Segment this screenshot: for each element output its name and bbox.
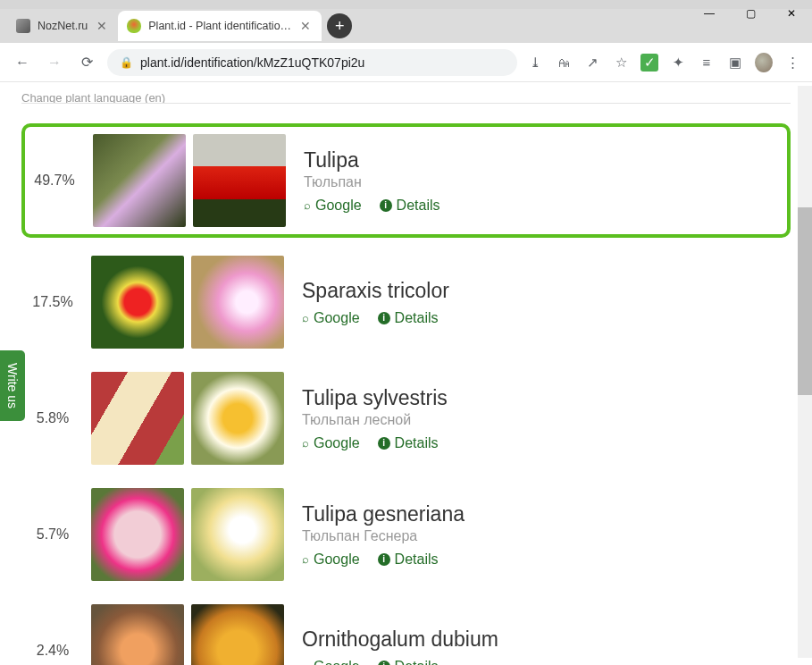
thumbnails xyxy=(91,604,284,665)
plant-thumbnail[interactable] xyxy=(91,256,184,349)
close-window-button[interactable]: ✕ xyxy=(771,0,812,27)
search-icon: ⌕ xyxy=(302,660,309,665)
details-link[interactable]: iDetails xyxy=(378,659,439,666)
info-icon: i xyxy=(378,553,390,566)
plant-thumbnail[interactable] xyxy=(93,134,186,227)
common-name: Тюльпан лесной xyxy=(302,412,448,428)
google-link[interactable]: ⌕Google xyxy=(302,659,360,666)
panel-icon[interactable]: ▣ xyxy=(726,55,744,71)
result-row: 5.7%Tulipa gesnerianaТюльпан Геснера⌕Goo… xyxy=(21,483,791,586)
result-links: ⌕GoogleiDetails xyxy=(302,435,448,451)
result-info: Sparaxis tricolor⌕GoogleiDetails xyxy=(297,279,449,326)
link-label: Google xyxy=(315,198,362,214)
result-info: Tulipa sylvestrisТюльпан лесной⌕GoogleiD… xyxy=(297,386,448,451)
result-info: TulipaТюльпан⌕GoogleiDetails xyxy=(298,148,440,214)
match-percentage: 2.4% xyxy=(27,643,79,659)
new-tab-button[interactable]: + xyxy=(327,13,352,38)
back-button[interactable]: ← xyxy=(11,51,34,74)
result-row: 17.5%Sparaxis tricolor⌕GoogleiDetails xyxy=(21,250,791,354)
link-label: Google xyxy=(314,310,360,326)
tab-title: Plant.id - Plant identification app xyxy=(148,20,291,32)
google-link[interactable]: ⌕Google xyxy=(302,310,360,326)
plant-thumbnail[interactable] xyxy=(193,134,286,227)
match-percentage: 5.7% xyxy=(27,526,79,543)
plant-thumbnail[interactable] xyxy=(91,604,184,665)
extensions-icon[interactable]: ✦ xyxy=(669,55,687,71)
link-label: Google xyxy=(314,551,360,568)
favicon-icon xyxy=(127,19,141,33)
link-label: Details xyxy=(395,551,439,568)
close-tab-icon[interactable]: ✕ xyxy=(95,19,109,33)
details-link[interactable]: iDetails xyxy=(378,435,439,451)
browser-tab[interactable]: Plant.id - Plant identification app ✕ xyxy=(118,11,322,41)
google-link[interactable]: ⌕Google xyxy=(302,435,360,451)
plant-thumbnail[interactable] xyxy=(91,488,184,581)
result-row: 2.4%Ornithogalum dubium⌕GoogleiDetails xyxy=(21,599,791,665)
language-toggle[interactable]: Change plant language (en) xyxy=(21,89,791,104)
minimize-button[interactable]: — xyxy=(689,0,730,27)
link-label: Details xyxy=(395,659,439,666)
feedback-tab[interactable]: Write us xyxy=(0,350,25,421)
result-links: ⌕GoogleiDetails xyxy=(304,198,440,214)
address-bar[interactable]: 🔒 plant.id/identification/kMzZ1uQTK07pi2… xyxy=(107,49,517,76)
close-tab-icon[interactable]: ✕ xyxy=(298,19,313,33)
google-link[interactable]: ⌕Google xyxy=(302,551,360,568)
link-label: Details xyxy=(395,435,439,451)
profile-avatar[interactable] xyxy=(755,53,773,72)
thumbnails xyxy=(91,256,284,349)
lock-icon: 🔒 xyxy=(120,56,133,69)
common-name: Тюльпан Геснера xyxy=(302,528,465,544)
scrollbar-thumb[interactable] xyxy=(798,207,812,395)
search-icon: ⌕ xyxy=(304,198,311,212)
result-links: ⌕GoogleiDetails xyxy=(302,551,465,568)
extension-check-icon[interactable]: ✓ xyxy=(640,54,658,72)
result-info: Ornithogalum dubium⌕GoogleiDetails xyxy=(297,627,498,666)
link-label: Details xyxy=(397,198,440,214)
plant-thumbnail[interactable] xyxy=(191,372,284,465)
link-label: Google xyxy=(314,435,360,451)
reload-button[interactable]: ⟳ xyxy=(75,51,98,74)
details-link[interactable]: iDetails xyxy=(378,551,439,568)
share-icon[interactable]: ↗ xyxy=(583,55,601,71)
details-link[interactable]: iDetails xyxy=(380,198,440,214)
maximize-button[interactable]: ▢ xyxy=(730,0,771,27)
common-name: Тюльпан xyxy=(304,174,440,190)
latin-name: Tulipa gesneriana xyxy=(302,502,465,526)
match-percentage: 49.7% xyxy=(29,173,80,189)
thumbnails xyxy=(91,488,284,581)
google-link[interactable]: ⌕Google xyxy=(304,198,362,214)
favicon-icon xyxy=(16,19,30,33)
plant-thumbnail[interactable] xyxy=(191,604,284,665)
details-link[interactable]: iDetails xyxy=(378,310,439,326)
match-percentage: 5.8% xyxy=(27,410,79,426)
page-content: Change plant language (en) Write us 49.7… xyxy=(0,82,812,665)
scrollbar[interactable] xyxy=(798,86,812,658)
install-icon[interactable]: ⤓ xyxy=(526,55,544,71)
bookmark-icon[interactable]: ☆ xyxy=(612,55,630,71)
search-icon: ⌕ xyxy=(302,552,309,566)
link-label: Google xyxy=(314,659,360,666)
match-percentage: 17.5% xyxy=(27,294,79,310)
info-icon: i xyxy=(378,312,390,324)
latin-name: Ornithogalum dubium xyxy=(302,627,498,652)
result-links: ⌕GoogleiDetails xyxy=(302,659,498,666)
reading-list-icon[interactable]: ≡ xyxy=(698,55,716,70)
result-row: 5.8%Tulipa sylvestrisТюльпан лесной⌕Goog… xyxy=(21,366,791,470)
plant-thumbnail[interactable] xyxy=(191,488,284,581)
window-controls: — ▢ ✕ xyxy=(689,0,812,27)
link-label: Details xyxy=(395,310,439,326)
thumbnails xyxy=(91,372,284,465)
info-icon: i xyxy=(378,437,390,450)
menu-icon[interactable]: ⋮ xyxy=(783,55,801,71)
url-text: plant.id/identification/kMzZ1uQTK07pi2u xyxy=(140,55,364,70)
result-links: ⌕GoogleiDetails xyxy=(302,310,449,326)
info-icon: i xyxy=(378,661,390,666)
forward-button[interactable]: → xyxy=(43,51,66,74)
translate-icon[interactable]: 🗛 xyxy=(555,55,573,70)
plant-thumbnail[interactable] xyxy=(91,372,184,465)
latin-name: Tulipa xyxy=(304,148,440,173)
latin-name: Sparaxis tricolor xyxy=(302,279,449,303)
toolbar-icons: ⤓ 🗛 ↗ ☆ ✓ ✦ ≡ ▣ ⋮ xyxy=(526,53,801,72)
browser-tab[interactable]: NozNet.ru ✕ xyxy=(7,11,118,41)
plant-thumbnail[interactable] xyxy=(191,256,284,349)
